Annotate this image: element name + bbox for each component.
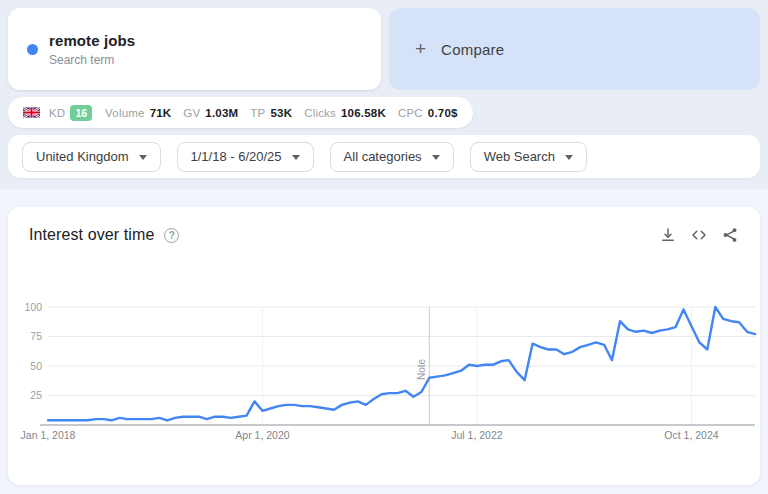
embed-code-icon[interactable] <box>690 226 708 244</box>
search-type-label: Web Search <box>484 149 555 164</box>
cpc-label: CPC <box>398 107 423 119</box>
filters-bar: United Kingdom 1/1/18 - 6/20/25 All cate… <box>8 135 760 178</box>
search-term-label: remote jobs <box>49 32 135 49</box>
google-trends-page: remote jobs Search term + Compare KD 16 … <box>0 0 768 494</box>
tp-label: TP <box>250 107 265 119</box>
chart-header: Interest over time ? <box>8 207 760 263</box>
svg-text:Note: Note <box>416 358 427 380</box>
clicks-value: 106.58K <box>341 107 386 119</box>
svg-text:50: 50 <box>30 360 42 372</box>
search-term-card[interactable]: remote jobs Search term <box>8 8 381 90</box>
gv-label: GV <box>183 107 200 119</box>
date-range-dropdown[interactable]: 1/1/18 - 6/20/25 <box>177 142 314 172</box>
country-dropdown[interactable]: United Kingdom <box>22 142 161 172</box>
chart-actions <box>659 226 739 244</box>
svg-text:Jan 1, 2018: Jan 1, 2018 <box>21 429 76 441</box>
svg-text:100: 100 <box>24 301 42 313</box>
country-dropdown-label: United Kingdom <box>36 149 129 164</box>
gv-value: 1.03M <box>205 107 238 119</box>
clicks-label: Clicks <box>304 107 336 119</box>
download-icon[interactable] <box>659 226 677 244</box>
svg-text:Apr 1, 2020: Apr 1, 2020 <box>235 429 289 441</box>
uk-flag-icon <box>23 107 40 118</box>
category-dropdown[interactable]: All categories <box>330 142 454 172</box>
volume-label: Volume <box>105 107 145 119</box>
chevron-down-icon <box>565 155 573 160</box>
series-color-dot <box>27 44 38 55</box>
svg-text:Jul 1, 2022: Jul 1, 2022 <box>451 429 503 441</box>
search-term-subtitle: Search term <box>49 53 135 67</box>
svg-text:75: 75 <box>30 330 42 342</box>
compare-add-card[interactable]: + Compare <box>389 8 760 90</box>
chevron-down-icon <box>292 155 300 160</box>
interest-over-time-chart[interactable]: Note255075100Jan 1, 2018Apr 1, 2020Jul 1… <box>8 284 760 450</box>
plus-icon: + <box>415 38 426 60</box>
keyword-stats-bar: KD 16 Volume 71K GV 1.03M TP 53K Clicks … <box>8 97 473 128</box>
category-dropdown-label: All categories <box>344 149 422 164</box>
chevron-down-icon <box>432 155 440 160</box>
svg-text:Oct 1, 2024: Oct 1, 2024 <box>664 429 718 441</box>
date-range-label: 1/1/18 - 6/20/25 <box>191 149 282 164</box>
chevron-down-icon <box>139 155 147 160</box>
share-icon[interactable] <box>721 226 739 244</box>
kd-score-badge: 16 <box>70 105 92 121</box>
kd-label: KD <box>49 107 65 119</box>
volume-value: 71K <box>150 107 172 119</box>
svg-text:25: 25 <box>30 389 42 401</box>
search-term-text: remote jobs Search term <box>49 32 135 67</box>
help-icon[interactable]: ? <box>164 228 179 243</box>
search-type-dropdown[interactable]: Web Search <box>470 142 587 172</box>
cpc-value: 0.70$ <box>428 107 458 119</box>
chart-title: Interest over time <box>29 226 154 244</box>
tp-value: 53K <box>270 107 292 119</box>
compare-label: Compare <box>441 41 504 58</box>
interest-over-time-card: Interest over time ? <box>8 207 760 485</box>
